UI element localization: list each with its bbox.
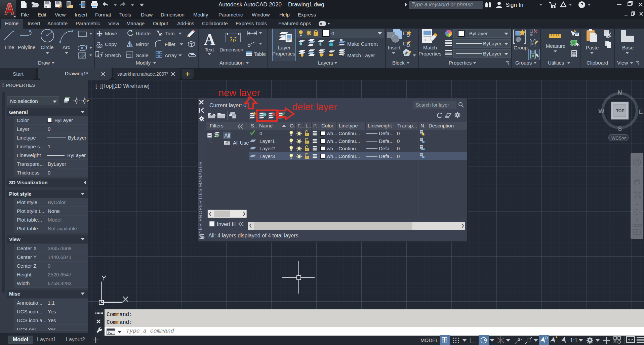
svg-text:N.: N. (420, 123, 426, 128)
svg-text:S: S (618, 125, 622, 132)
svg-text:0: 0 (259, 130, 262, 136)
svg-text:1:1: 1:1 (570, 338, 577, 343)
svg-text:View: View (617, 60, 628, 66)
svg-text:Mirror: Mirror (136, 41, 149, 47)
svg-text:All Use: All Use (233, 140, 249, 146)
svg-text:Continu...: Continu... (338, 153, 360, 159)
svg-text:0: 0 (397, 138, 400, 144)
svg-text:Measure: Measure (546, 43, 565, 49)
svg-text:LAYER PROPERTIES MANAGER: LAYER PROPERTIES MANAGER (198, 161, 203, 239)
svg-text:Transp...: Transp... (397, 123, 417, 128)
svg-text:Modify: Modify (136, 60, 151, 66)
svg-text:Paste: Paste (586, 45, 599, 50)
svg-text:Move: Move (105, 31, 117, 36)
svg-text:?: ? (580, 2, 583, 7)
svg-text:Annotation: Annotation (219, 60, 244, 66)
svg-text:wh...: wh... (326, 153, 337, 159)
svg-text:All: All (224, 133, 230, 139)
svg-text:Type a keyword or phrase: Type a keyword or phrase (411, 2, 473, 7)
svg-text:ByLayer: ByLayer (483, 51, 501, 56)
svg-text:0: 0 (397, 130, 400, 136)
svg-text:Description: Description (429, 123, 454, 128)
svg-text:Search for layer: Search for layer (416, 102, 449, 108)
svg-text:Match Layer: Match Layer (347, 52, 375, 58)
svg-text:Table: Table (254, 51, 266, 57)
svg-text:A: A (204, 31, 215, 48)
svg-text:Layer: Layer (278, 45, 291, 50)
svg-text:All: 4 layers displayed of 4 t: All: 4 layers displayed of 4 total layer… (208, 233, 298, 238)
svg-text:Continu...: Continu... (338, 130, 360, 136)
svg-text:Block: Block (392, 60, 405, 66)
svg-text:Invert fil: Invert fil (217, 221, 236, 227)
svg-text:Continu...: Continu... (338, 146, 360, 151)
svg-text:ByLayer: ByLayer (469, 31, 488, 36)
svg-text:Fillet: Fillet (165, 41, 176, 47)
svg-text:Properties: Properties (418, 51, 441, 56)
svg-text:Insert: Insert (388, 45, 401, 50)
svg-text:Layer1: Layer1 (259, 138, 275, 144)
svg-text:Clipboard: Clipboard (587, 60, 608, 66)
svg-text:Arc: Arc (63, 44, 70, 50)
svg-text:Scale: Scale (136, 52, 149, 58)
svg-text:wh...: wh... (326, 146, 337, 151)
svg-text:Group: Group (514, 45, 528, 50)
svg-text:wh...: wh... (326, 130, 337, 136)
svg-text:0: 0 (331, 31, 334, 36)
svg-text:0: 0 (397, 146, 400, 151)
svg-text:Defa...: Defa... (379, 130, 394, 136)
svg-text:N: N (617, 89, 622, 96)
svg-text:new layer: new layer (218, 87, 260, 98)
svg-text:Properties: Properties (272, 51, 295, 56)
svg-text:Groups: Groups (515, 60, 532, 66)
svg-text:Make Current: Make Current (347, 41, 378, 47)
svg-text:Layer2: Layer2 (259, 146, 275, 151)
svg-text:Defa...: Defa... (379, 146, 394, 151)
svg-text:Stretch: Stretch (105, 52, 121, 58)
svg-text:Utilities: Utilities (548, 60, 564, 66)
svg-text:Line: Line (5, 44, 14, 50)
svg-text:E: E (639, 108, 643, 115)
svg-text:0: 0 (397, 153, 400, 159)
svg-text:Layer3: Layer3 (259, 153, 275, 159)
svg-text:Copy: Copy (105, 41, 117, 47)
svg-text:delet layer: delet layer (292, 102, 337, 112)
svg-text:Polyline: Polyline (18, 44, 36, 50)
svg-text:Text: Text (205, 47, 214, 52)
svg-text:Array: Array (165, 52, 177, 58)
svg-text:Continu...: Continu... (338, 138, 360, 144)
svg-text:Dimension: Dimension (219, 47, 243, 52)
svg-text:TOP: TOP (616, 109, 624, 113)
svg-text:Draw: Draw (38, 60, 50, 66)
svg-text:ByLayer: ByLayer (483, 41, 501, 46)
svg-text:Defa...: Defa... (379, 138, 394, 144)
svg-text:W: W (598, 108, 604, 115)
svg-text:Sign In: Sign In (506, 2, 523, 8)
svg-text:Layers: Layers (318, 60, 333, 66)
svg-text:wh...: wh... (326, 138, 337, 144)
svg-text:Rotate: Rotate (136, 31, 151, 36)
svg-text:Base: Base (622, 45, 634, 50)
svg-text:Trim: Trim (165, 31, 174, 36)
svg-text:Properties: Properties (449, 60, 472, 66)
svg-text:Match: Match (423, 45, 437, 50)
svg-text:Circle: Circle (41, 44, 53, 50)
svg-text:Defa...: Defa... (379, 153, 394, 159)
